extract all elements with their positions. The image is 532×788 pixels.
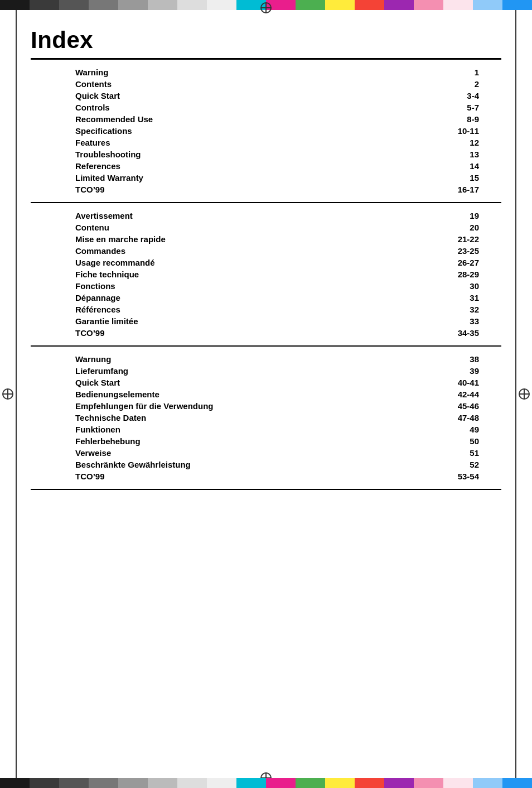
entry-label: Lieferumfang xyxy=(75,366,128,376)
registration-mark-top xyxy=(260,2,272,13)
entry-label: Warnung xyxy=(75,354,111,364)
index-row: Dépannage31 xyxy=(31,292,501,304)
page-border-left xyxy=(16,0,17,788)
entry-page: 32 xyxy=(446,305,479,314)
entry-label: Contents xyxy=(75,79,112,89)
color-bar-top xyxy=(0,0,532,10)
entry-page: 21-22 xyxy=(446,234,479,244)
entry-label: Quick Start xyxy=(75,378,120,387)
index-row: Troubleshooting13 xyxy=(31,148,501,160)
entry-label: Quick Start xyxy=(75,91,120,100)
entry-label: Technische Daten xyxy=(75,413,146,422)
index-row: Limited Warranty15 xyxy=(31,172,501,184)
color-bar-bottom xyxy=(0,778,532,788)
entry-page: 20 xyxy=(446,223,479,232)
entry-page: 45-46 xyxy=(446,401,479,411)
index-row: Funktionen49 xyxy=(31,424,501,435)
entry-label: Warning xyxy=(75,68,108,77)
entry-label: Bedienungselemente xyxy=(75,390,159,399)
entry-label: TCO’99 xyxy=(75,472,105,481)
index-row: Specifications10-11 xyxy=(31,125,501,137)
index-row: Warning1 xyxy=(31,66,501,78)
index-section-english: Warning1Contents2Quick Start3-4Controls5… xyxy=(31,60,501,203)
entry-label: Usage recommandé xyxy=(75,258,155,267)
entry-label: Troubleshooting xyxy=(75,150,141,159)
page-title: Index xyxy=(31,27,501,54)
registration-mark-right xyxy=(519,388,530,400)
entry-page: 33 xyxy=(446,316,479,326)
entry-page: 10-11 xyxy=(446,126,479,136)
index-row: Verweise51 xyxy=(31,447,501,459)
entry-page: 13 xyxy=(446,150,479,159)
entry-label: Fehlerbehebung xyxy=(75,436,141,446)
entry-label: Dépannage xyxy=(75,293,120,302)
entry-page: 53-54 xyxy=(446,472,479,481)
entry-label: Beschränkte Gewährleistung xyxy=(75,460,191,469)
index-row: Lieferumfang39 xyxy=(31,365,501,377)
index-row: Quick Start3-4 xyxy=(31,90,501,102)
entry-label: Références xyxy=(75,305,120,314)
entry-page: 50 xyxy=(446,436,479,446)
index-row: Controls5-7 xyxy=(31,102,501,113)
entry-page: 49 xyxy=(446,425,479,434)
entry-label: Mise en marche rapide xyxy=(75,234,166,244)
entry-label: Recommended Use xyxy=(75,114,153,124)
index-row: Empfehlungen für die Verwendung45-46 xyxy=(31,400,501,412)
entry-page: 12 xyxy=(446,138,479,147)
entry-label: Features xyxy=(75,138,110,147)
entry-page: 8-9 xyxy=(446,114,479,124)
index-row: Technische Daten47-48 xyxy=(31,412,501,424)
entry-page: 2 xyxy=(446,79,479,89)
entry-label: Empfehlungen für die Verwendung xyxy=(75,401,214,411)
index-row: Garantie limitée33 xyxy=(31,315,501,327)
index-row: Fehlerbehebung50 xyxy=(31,435,501,447)
index-row: Beschränkte Gewährleistung52 xyxy=(31,459,501,470)
entry-label: Funktionen xyxy=(75,425,120,434)
entry-page: 31 xyxy=(446,293,479,302)
entry-label: Specifications xyxy=(75,126,132,136)
index-row: Mise en marche rapide21-22 xyxy=(31,233,501,245)
entry-page: 23-25 xyxy=(446,246,479,256)
entry-page: 30 xyxy=(446,281,479,291)
entry-page: 5-7 xyxy=(446,103,479,112)
index-section-french: Avertissement19Contenu20Mise en marche r… xyxy=(31,203,501,347)
entry-label: TCO’99 xyxy=(75,328,105,338)
entry-page: 28-29 xyxy=(446,270,479,279)
index-row: References14 xyxy=(31,160,501,172)
entry-page: 51 xyxy=(446,448,479,458)
entry-label: Garantie limitée xyxy=(75,316,138,326)
entry-page: 16-17 xyxy=(446,185,479,194)
entry-label: Avertissement xyxy=(75,211,133,220)
index-row: Contents2 xyxy=(31,78,501,90)
entry-label: Fiche technique xyxy=(75,270,139,279)
entry-page: 14 xyxy=(446,161,479,171)
entry-label: Verweise xyxy=(75,448,111,458)
entry-page: 38 xyxy=(446,354,479,364)
entry-page: 52 xyxy=(446,460,479,469)
index-row: Avertissement19 xyxy=(31,210,501,222)
entry-label: References xyxy=(75,161,120,171)
index-row: Warnung38 xyxy=(31,353,501,365)
index-sections: Warning1Contents2Quick Start3-4Controls5… xyxy=(31,60,501,490)
entry-page: 42-44 xyxy=(446,390,479,399)
index-row: TCO’9953-54 xyxy=(31,470,501,482)
entry-label: Limited Warranty xyxy=(75,173,143,182)
registration-mark-left xyxy=(2,388,13,400)
entry-page: 15 xyxy=(446,173,479,182)
entry-page: 34-35 xyxy=(446,328,479,338)
index-row: TCO’9916-17 xyxy=(31,184,501,195)
entry-page: 26-27 xyxy=(446,258,479,267)
main-content: Index Warning1Contents2Quick Start3-4Con… xyxy=(0,10,532,535)
index-row: Bedienungselemente42-44 xyxy=(31,388,501,400)
entry-label: Controls xyxy=(75,103,110,112)
index-row: Contenu20 xyxy=(31,222,501,233)
entry-label: Commandes xyxy=(75,246,125,256)
entry-page: 3-4 xyxy=(446,91,479,100)
entry-label: TCO’99 xyxy=(75,185,105,194)
index-row: TCO’9934-35 xyxy=(31,327,501,339)
index-row: Commandes23-25 xyxy=(31,245,501,257)
index-row: Features12 xyxy=(31,137,501,148)
entry-page: 1 xyxy=(446,68,479,77)
entry-label: Contenu xyxy=(75,223,109,232)
entry-label: Fonctions xyxy=(75,281,115,291)
